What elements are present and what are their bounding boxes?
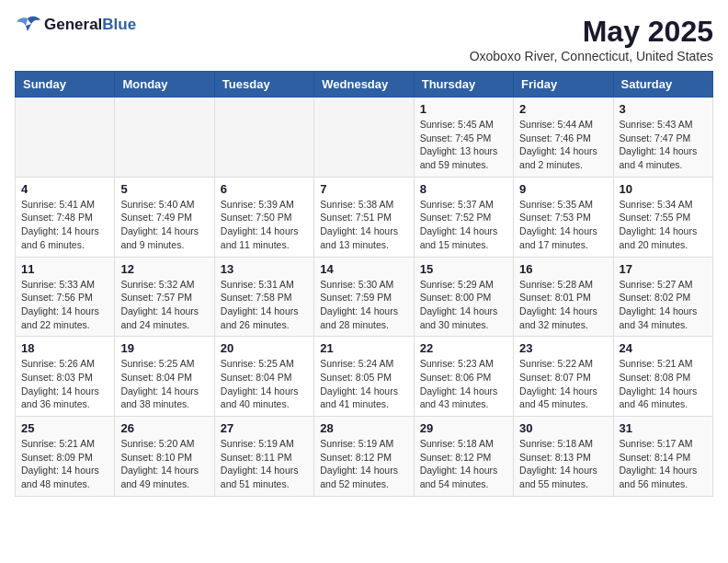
day-info: Sunrise: 5:28 AM Sunset: 8:01 PM Dayligh… [519, 278, 607, 332]
calendar-cell: 24Sunrise: 5:21 AM Sunset: 8:08 PM Dayli… [613, 337, 712, 417]
calendar-cell: 29Sunrise: 5:18 AM Sunset: 8:12 PM Dayli… [414, 417, 513, 497]
calendar-cell: 5Sunrise: 5:40 AM Sunset: 7:49 PM Daylig… [115, 177, 214, 257]
calendar-cell: 1Sunrise: 5:45 AM Sunset: 7:45 PM Daylig… [414, 98, 513, 178]
calendar-cell: 6Sunrise: 5:39 AM Sunset: 7:50 PM Daylig… [214, 177, 313, 257]
day-number: 7 [320, 182, 407, 196]
calendar-cell: 12Sunrise: 5:32 AM Sunset: 7:57 PM Dayli… [115, 257, 214, 337]
calendar-cell: 28Sunrise: 5:19 AM Sunset: 8:12 PM Dayli… [314, 417, 414, 497]
day-number: 6 [221, 182, 308, 196]
day-number: 4 [21, 182, 108, 196]
subtitle: Oxoboxo River, Connecticut, United State… [470, 49, 713, 63]
day-number: 20 [221, 341, 308, 355]
calendar-header-row: SundayMondayTuesdayWednesdayThursdayFrid… [16, 72, 713, 98]
day-number: 23 [519, 341, 607, 355]
calendar-cell: 9Sunrise: 5:35 AM Sunset: 7:53 PM Daylig… [514, 177, 613, 257]
day-number: 16 [519, 262, 607, 276]
day-info: Sunrise: 5:25 AM Sunset: 8:04 PM Dayligh… [221, 357, 308, 411]
day-number: 17 [620, 262, 707, 276]
day-info: Sunrise: 5:39 AM Sunset: 7:50 PM Dayligh… [221, 198, 308, 252]
calendar-week-row: 18Sunrise: 5:26 AM Sunset: 8:03 PM Dayli… [16, 337, 713, 417]
calendar-cell [16, 98, 115, 178]
calendar-cell: 2Sunrise: 5:44 AM Sunset: 7:46 PM Daylig… [514, 98, 613, 178]
col-header-thursday: Thursday [414, 72, 513, 98]
day-number: 15 [420, 262, 507, 276]
calendar-cell: 30Sunrise: 5:18 AM Sunset: 8:13 PM Dayli… [514, 417, 613, 497]
logo-general: General [44, 16, 102, 33]
calendar-cell: 11Sunrise: 5:33 AM Sunset: 7:56 PM Dayli… [16, 257, 115, 337]
day-info: Sunrise: 5:44 AM Sunset: 7:46 PM Dayligh… [519, 118, 607, 172]
calendar-cell: 18Sunrise: 5:26 AM Sunset: 8:03 PM Dayli… [16, 337, 115, 417]
day-number: 9 [519, 182, 607, 196]
col-header-friday: Friday [514, 72, 613, 98]
day-info: Sunrise: 5:34 AM Sunset: 7:55 PM Dayligh… [620, 198, 707, 252]
day-number: 1 [420, 102, 507, 116]
day-number: 11 [21, 262, 108, 276]
calendar-cell: 20Sunrise: 5:25 AM Sunset: 8:04 PM Dayli… [214, 337, 313, 417]
calendar-cell: 17Sunrise: 5:27 AM Sunset: 8:02 PM Dayli… [613, 257, 712, 337]
day-number: 30 [519, 421, 607, 435]
day-info: Sunrise: 5:41 AM Sunset: 7:48 PM Dayligh… [21, 198, 108, 252]
day-info: Sunrise: 5:31 AM Sunset: 7:58 PM Dayligh… [221, 278, 308, 332]
day-info: Sunrise: 5:30 AM Sunset: 7:59 PM Dayligh… [320, 278, 407, 332]
day-info: Sunrise: 5:32 AM Sunset: 7:57 PM Dayligh… [120, 278, 208, 332]
title-area: May 2025 Oxoboxo River, Connecticut, Uni… [470, 15, 713, 63]
day-number: 10 [620, 182, 707, 196]
day-info: Sunrise: 5:19 AM Sunset: 8:12 PM Dayligh… [320, 437, 407, 491]
day-number: 28 [320, 421, 407, 435]
logo-blue: Blue [102, 16, 136, 33]
calendar-cell: 26Sunrise: 5:20 AM Sunset: 8:10 PM Dayli… [115, 417, 214, 497]
day-info: Sunrise: 5:19 AM Sunset: 8:11 PM Dayligh… [221, 437, 308, 491]
calendar-cell: 16Sunrise: 5:28 AM Sunset: 8:01 PM Dayli… [514, 257, 613, 337]
calendar-cell: 21Sunrise: 5:24 AM Sunset: 8:05 PM Dayli… [314, 337, 414, 417]
logo: GeneralBlue [15, 15, 136, 35]
calendar-cell: 23Sunrise: 5:22 AM Sunset: 8:07 PM Dayli… [514, 337, 613, 417]
day-number: 29 [420, 421, 507, 435]
calendar-week-row: 11Sunrise: 5:33 AM Sunset: 7:56 PM Dayli… [16, 257, 713, 337]
day-number: 2 [519, 102, 607, 116]
calendar-week-row: 1Sunrise: 5:45 AM Sunset: 7:45 PM Daylig… [16, 98, 713, 178]
day-number: 12 [120, 262, 208, 276]
day-info: Sunrise: 5:23 AM Sunset: 8:06 PM Dayligh… [420, 357, 507, 411]
day-info: Sunrise: 5:29 AM Sunset: 8:00 PM Dayligh… [420, 278, 507, 332]
day-info: Sunrise: 5:43 AM Sunset: 7:47 PM Dayligh… [620, 118, 707, 172]
calendar-cell: 13Sunrise: 5:31 AM Sunset: 7:58 PM Dayli… [214, 257, 313, 337]
day-number: 26 [120, 421, 208, 435]
day-info: Sunrise: 5:27 AM Sunset: 8:02 PM Dayligh… [620, 278, 707, 332]
day-number: 14 [320, 262, 407, 276]
calendar-cell: 10Sunrise: 5:34 AM Sunset: 7:55 PM Dayli… [613, 177, 712, 257]
day-info: Sunrise: 5:35 AM Sunset: 7:53 PM Dayligh… [519, 198, 607, 252]
day-number: 8 [420, 182, 507, 196]
col-header-saturday: Saturday [613, 72, 712, 98]
calendar-cell: 25Sunrise: 5:21 AM Sunset: 8:09 PM Dayli… [16, 417, 115, 497]
day-info: Sunrise: 5:37 AM Sunset: 7:52 PM Dayligh… [420, 198, 507, 252]
day-number: 5 [120, 182, 208, 196]
calendar-table: SundayMondayTuesdayWednesdayThursdayFrid… [15, 71, 713, 497]
day-info: Sunrise: 5:17 AM Sunset: 8:14 PM Dayligh… [620, 437, 707, 491]
day-number: 3 [620, 102, 707, 116]
calendar-cell: 7Sunrise: 5:38 AM Sunset: 7:51 PM Daylig… [314, 177, 414, 257]
day-info: Sunrise: 5:21 AM Sunset: 8:09 PM Dayligh… [21, 437, 108, 491]
day-number: 31 [620, 421, 707, 435]
day-number: 25 [21, 421, 108, 435]
calendar-cell: 3Sunrise: 5:43 AM Sunset: 7:47 PM Daylig… [613, 98, 712, 178]
calendar-cell: 19Sunrise: 5:25 AM Sunset: 8:04 PM Dayli… [115, 337, 214, 417]
calendar-cell: 14Sunrise: 5:30 AM Sunset: 7:59 PM Dayli… [314, 257, 414, 337]
day-info: Sunrise: 5:45 AM Sunset: 7:45 PM Dayligh… [420, 118, 507, 172]
logo-text: GeneralBlue [44, 16, 136, 34]
calendar-cell [314, 98, 414, 178]
day-info: Sunrise: 5:24 AM Sunset: 8:05 PM Dayligh… [320, 357, 407, 411]
calendar-cell: 27Sunrise: 5:19 AM Sunset: 8:11 PM Dayli… [214, 417, 313, 497]
day-number: 19 [120, 341, 208, 355]
calendar-cell [115, 98, 214, 178]
day-info: Sunrise: 5:18 AM Sunset: 8:13 PM Dayligh… [519, 437, 607, 491]
day-info: Sunrise: 5:18 AM Sunset: 8:12 PM Dayligh… [420, 437, 507, 491]
calendar-cell [214, 98, 313, 178]
calendar-cell: 22Sunrise: 5:23 AM Sunset: 8:06 PM Dayli… [414, 337, 513, 417]
day-info: Sunrise: 5:22 AM Sunset: 8:07 PM Dayligh… [519, 357, 607, 411]
col-header-tuesday: Tuesday [214, 72, 313, 98]
calendar-cell: 8Sunrise: 5:37 AM Sunset: 7:52 PM Daylig… [414, 177, 513, 257]
day-number: 18 [21, 341, 108, 355]
calendar-cell: 4Sunrise: 5:41 AM Sunset: 7:48 PM Daylig… [16, 177, 115, 257]
main-title: May 2025 [470, 15, 713, 49]
day-number: 27 [221, 421, 308, 435]
